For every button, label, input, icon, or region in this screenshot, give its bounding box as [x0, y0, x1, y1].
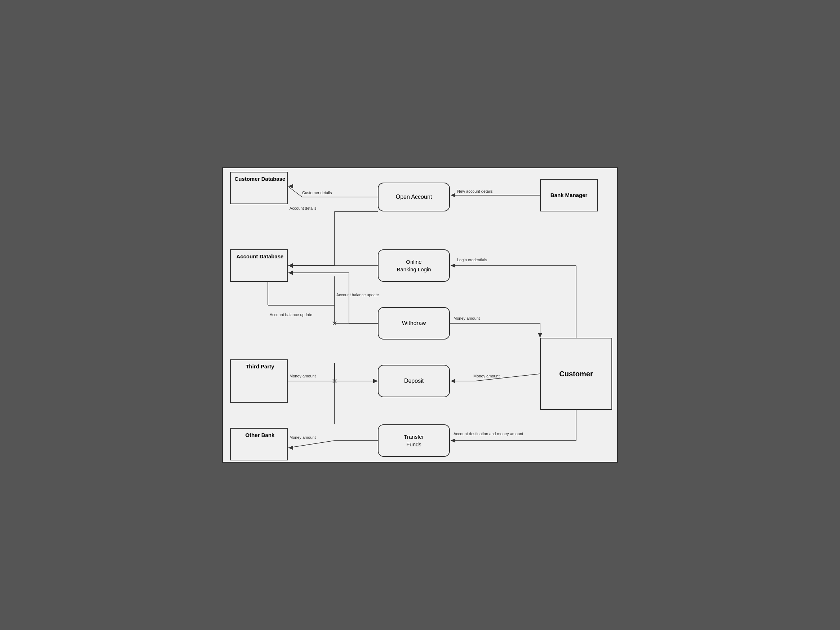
- svg-marker-6: [288, 184, 293, 188]
- label-account-balance-update-1: Account balance update: [336, 293, 379, 297]
- label-account-destination: Account destination and money amount: [453, 432, 523, 436]
- bank-manager-label: Bank Manager: [551, 192, 587, 199]
- label-customer-details: Customer details: [302, 190, 332, 195]
- svg-marker-46: [288, 446, 293, 450]
- svg-marker-15: [288, 263, 293, 268]
- transfer-funds-label: TransferFunds: [404, 433, 423, 448]
- svg-marker-12: [451, 193, 455, 197]
- svg-line-45: [288, 440, 335, 448]
- diagram-container: Customer Database Account Database Third…: [222, 167, 618, 463]
- svg-marker-32: [538, 333, 542, 338]
- label-money-amount-customer-deposit: Money amount: [474, 374, 500, 378]
- label-account-balance-update-2: Account balance update: [270, 312, 312, 317]
- deposit-label: Deposit: [404, 378, 423, 384]
- svg-marker-40: [451, 379, 455, 383]
- label-login-credentials: Login credentials: [457, 258, 487, 262]
- customer-label: Customer: [559, 369, 593, 378]
- open-account-process: Open Account: [378, 182, 450, 211]
- deposit-process: Deposit: [378, 365, 450, 397]
- customer-database-entity: Customer Database: [230, 172, 288, 204]
- open-account-label: Open Account: [396, 194, 432, 200]
- svg-marker-43: [451, 438, 455, 443]
- other-bank-label: Other Bank: [243, 432, 275, 439]
- online-banking-label: OnlineBanking Login: [396, 258, 431, 273]
- label-new-account-details: New account details: [457, 189, 493, 193]
- svg-marker-26: [288, 271, 293, 275]
- withdraw-label: Withdraw: [402, 320, 426, 326]
- online-banking-process: OnlineBanking Login: [378, 249, 450, 282]
- customer-entity: Customer: [540, 338, 612, 410]
- svg-line-5: [288, 186, 302, 197]
- bank-manager-entity: Bank Manager: [540, 179, 598, 211]
- account-database-entity: Account Database: [230, 249, 288, 282]
- third-party-label: Third Party: [243, 363, 274, 370]
- customer-database-label: Customer Database: [232, 176, 286, 182]
- account-database-label: Account Database: [234, 253, 284, 260]
- label-money-amount-withdraw: Money amount: [453, 316, 480, 320]
- label-money-amount-third-party: Money amount: [289, 374, 316, 378]
- withdraw-process: Withdraw: [378, 307, 450, 340]
- label-money-amount-transfer: Money amount: [289, 435, 316, 440]
- transfer-funds-process: TransferFunds: [378, 424, 450, 457]
- label-account-details: Account details: [289, 206, 317, 211]
- svg-marker-37: [373, 379, 378, 383]
- svg-marker-18: [451, 263, 455, 268]
- third-party-entity: Third Party: [230, 359, 288, 403]
- other-bank-entity: Other Bank: [230, 428, 288, 461]
